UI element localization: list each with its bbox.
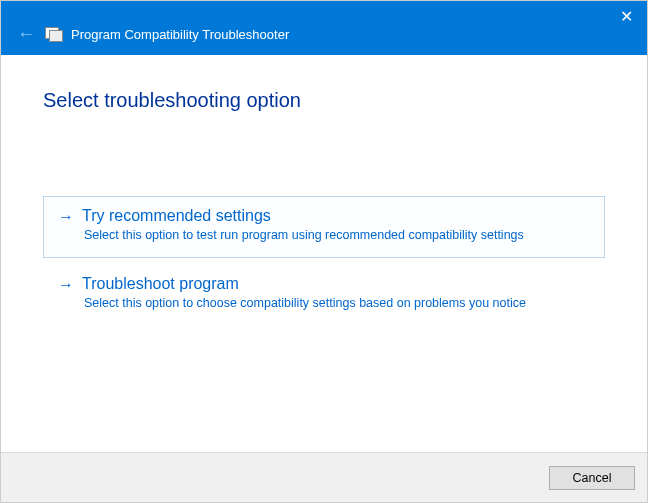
troubleshooter-window: ✕ ← Program Compatibility Troubleshooter… [0,0,648,503]
close-icon[interactable]: ✕ [620,7,633,26]
titlebar: ✕ ← Program Compatibility Troubleshooter [1,1,647,55]
back-arrow-icon[interactable]: ← [17,25,35,43]
page-heading: Select troubleshooting option [43,89,605,112]
app-icon [45,26,61,42]
option-description: Select this option to test run program u… [58,227,590,245]
cancel-button[interactable]: Cancel [549,466,635,490]
option-header: → Try recommended settings [58,207,590,225]
option-header: → Troubleshoot program [58,275,590,293]
option-description: Select this option to choose compatibili… [58,295,590,313]
option-title: Try recommended settings [82,207,271,225]
content-area: Select troubleshooting option → Try reco… [1,55,647,452]
footer-bar: Cancel [1,452,647,502]
window-title: Program Compatibility Troubleshooter [71,27,289,42]
arrow-right-icon: → [58,276,74,294]
title-row: ← Program Compatibility Troubleshooter [17,25,289,43]
arrow-right-icon: → [58,208,74,226]
option-title: Troubleshoot program [82,275,239,293]
option-try-recommended[interactable]: → Try recommended settings Select this o… [43,196,605,258]
option-troubleshoot-program[interactable]: → Troubleshoot program Select this optio… [43,264,605,326]
